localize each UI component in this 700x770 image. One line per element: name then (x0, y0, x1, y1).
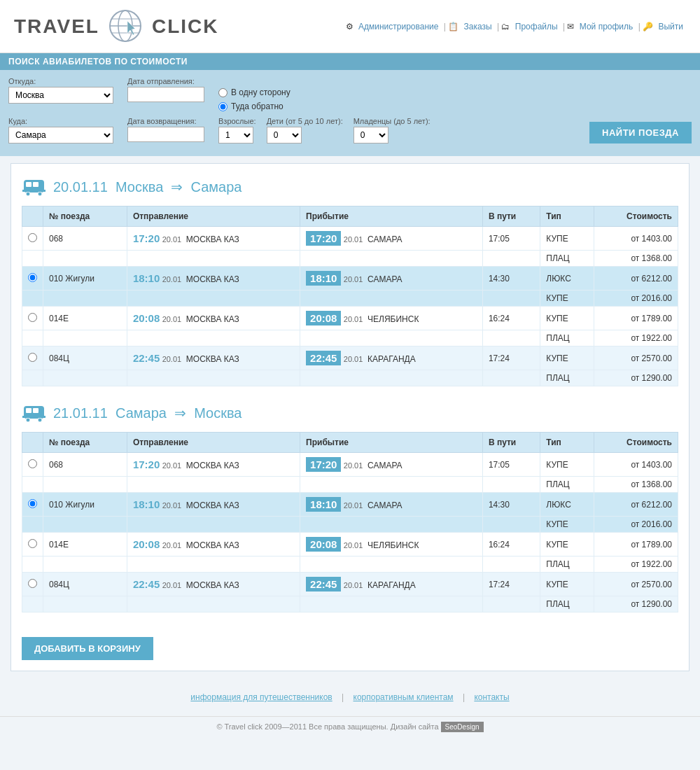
train-radio[interactable] (28, 499, 37, 508)
nav-my-profile[interactable]: Мой профиль (580, 22, 634, 31)
infants-label: Младенцы (до 5 лет): (354, 117, 430, 125)
depart-date: 20.01 (162, 355, 182, 363)
to-select[interactable]: Самара (8, 127, 113, 144)
train-radio[interactable] (28, 579, 37, 588)
svg-point-9 (26, 192, 30, 196)
table-header-row: № поезда Отправление Прибытие В пути Тип… (22, 206, 678, 227)
sub-empty-3 (127, 330, 300, 346)
return-date-group: Дата возвращения: (127, 117, 204, 142)
price-2: от 1368.00 (594, 251, 678, 267)
train-number: 084Ц (43, 573, 127, 596)
svg-rect-17 (22, 416, 46, 418)
travel-time: 17:24 (482, 573, 540, 596)
price-1: от 6212.00 (594, 493, 678, 517)
table-sub-row: ПЛАЦ от 1290.00 (22, 596, 678, 612)
arrive-date: 20.01 (344, 355, 363, 363)
one-way-option[interactable]: В одну сторону (218, 88, 290, 97)
travel-time: 17:05 (482, 453, 540, 477)
travel-time: 17:05 (482, 227, 540, 251)
depart-station: МОСКВА КАЗ (186, 354, 239, 364)
depart-time: 17:20 (133, 458, 160, 470)
nav-orders[interactable]: Заказы (464, 22, 492, 31)
depart-time: 18:10 (133, 272, 160, 284)
table-sub-row: ПЛАЦ от 1922.00 (22, 556, 678, 573)
train-radio[interactable] (28, 539, 37, 548)
train-radio[interactable] (28, 313, 37, 322)
depart-date-group: Дата отправления: (127, 77, 204, 102)
sub-empty-4 (300, 517, 483, 533)
adults-label: Взрослые: (218, 117, 256, 125)
car-type-1: КУПЕ (540, 346, 594, 370)
table-sub-row: ПЛАЦ от 1922.00 (22, 330, 678, 346)
depart-date: 20.01 (162, 315, 182, 323)
nav-admin[interactable]: Администрирование (358, 22, 438, 31)
children-group: Дети (от 5 до 10 лет): 0 (267, 117, 343, 144)
footer-link-travelers[interactable]: информация для путешественников (190, 692, 332, 702)
sub-empty-3 (127, 477, 300, 493)
footer-link-corporate[interactable]: корпоративным клиентам (354, 692, 454, 702)
price-2: от 1368.00 (594, 477, 678, 493)
arrive-cell: 22:45 20.01 КАРАГАНДA (300, 573, 483, 596)
price-1: от 1403.00 (594, 227, 678, 251)
sub-empty-3 (127, 251, 300, 267)
infants-group: Младенцы (до 5 лет): 0 (354, 117, 430, 144)
depart-station: МОСКВА КАЗ (186, 580, 239, 590)
to-label: Куда: (8, 117, 113, 125)
car-type-2: КУПЕ (540, 290, 594, 307)
adults-group: Взрослые: 1 (218, 117, 256, 144)
children-select[interactable]: 0 (267, 127, 302, 144)
nav-profiles[interactable]: Профайлы (515, 22, 558, 31)
return-date-input[interactable] (127, 127, 204, 142)
table-row: 084Ц22:45 20.01 МОСКВА КАЗ22:45 20.01 КА… (22, 346, 678, 370)
route-title-2: 21.01.11 Самара ⇒ Москва (53, 405, 241, 421)
footer-link-contacts[interactable]: контакты (474, 692, 509, 702)
train-radio[interactable] (28, 233, 37, 242)
svg-point-16 (38, 418, 42, 422)
train-radio[interactable] (28, 273, 37, 282)
sub-empty-2 (43, 596, 127, 612)
search-form: Откуда: Москва Дата отправления: В одну … (0, 70, 700, 156)
search-button[interactable]: НАЙТИ ПОЕЗДА (589, 122, 692, 144)
sub-empty-3 (127, 556, 300, 573)
sub-empty-4 (300, 477, 483, 493)
train-radio[interactable] (28, 353, 37, 362)
nav-icon-admin: ⚙ (346, 22, 354, 31)
arrive-station: САМАРА (368, 274, 402, 284)
table-row: 084Ц22:45 20.01 МОСКВА КАЗ22:45 20.01 КА… (22, 573, 678, 596)
route-header-2: 21.01.11 Самара ⇒ Москва (22, 400, 678, 425)
infants-select[interactable]: 0 (354, 127, 388, 144)
train-number: 014Е (43, 307, 127, 330)
from-select[interactable]: Москва (8, 87, 113, 104)
one-way-radio[interactable] (218, 88, 227, 97)
train-radio[interactable] (28, 459, 37, 468)
one-way-label: В одну сторону (231, 88, 290, 97)
arrive-date: 20.01 (344, 275, 363, 284)
nav-logout[interactable]: Выйти (658, 22, 683, 31)
nav-icon-logout: 🔑 (643, 22, 653, 31)
add-to-cart-button[interactable]: ДОБАВИТЬ В КОРЗИНУ (22, 637, 153, 660)
round-trip-option[interactable]: Туда обратно (218, 102, 290, 111)
depart-station: МОСКВА КАЗ (186, 461, 239, 470)
round-trip-radio[interactable] (218, 102, 227, 111)
depart-date-input[interactable] (127, 87, 204, 102)
nav-icon-myprofile: ✉ (567, 22, 574, 31)
sub-empty-4 (300, 556, 483, 573)
depart-cell: 18:10 20.01 МОСКВА КАЗ (127, 493, 300, 517)
header: TRAVEL CLICK ⚙ Администрирование | 📋 Зак… (0, 0, 700, 53)
depart-date-label: Дата отправления: (127, 77, 204, 85)
price-2: от 1922.00 (594, 330, 678, 346)
price-1: от 1403.00 (594, 453, 678, 477)
sub-empty-1 (22, 477, 43, 493)
train-number: 010 Жигули (43, 267, 127, 290)
table-sub-row: ПЛАЦ от 1368.00 (22, 251, 678, 267)
table-row: 010 Жигули18:10 20.01 МОСКВА КАЗ18:10 20… (22, 267, 678, 290)
car-type-1: КУПЕ (540, 307, 594, 330)
depart-date: 20.01 (162, 541, 182, 550)
sub-empty-4 (300, 596, 483, 612)
arrive-time-highlight: 18:10 (306, 497, 341, 512)
adults-select[interactable]: 1 (218, 127, 253, 144)
car-type-1: КУПЕ (540, 453, 594, 477)
travel-time: 17:24 (482, 346, 540, 370)
sub-empty-1 (22, 290, 43, 307)
arrive-date: 20.01 (344, 461, 363, 470)
